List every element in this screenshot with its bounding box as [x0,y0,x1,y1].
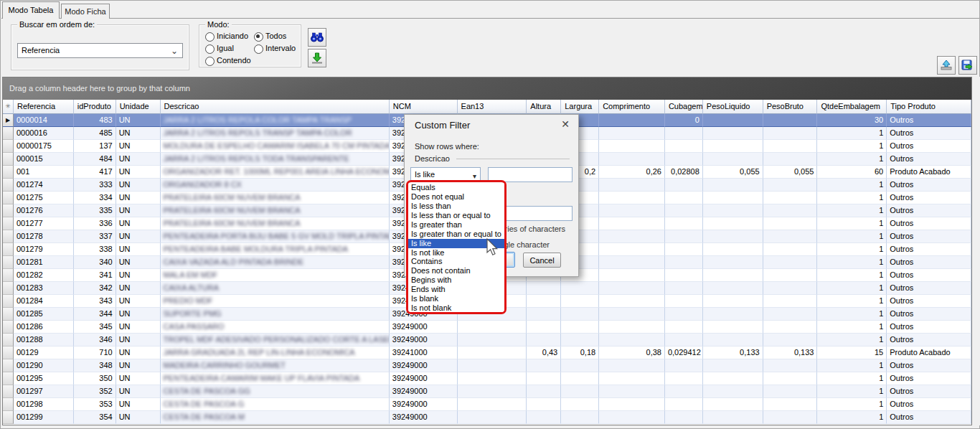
cell-pesoLiquido[interactable] [703,179,763,192]
cell-altura[interactable] [527,282,561,295]
cell-pesoLiquido[interactable] [703,243,763,256]
cell-pesoBruto[interactable] [763,308,818,321]
cell-unidade[interactable]: UN [116,295,161,308]
cell-comprimento[interactable] [599,153,665,166]
cell-idProduto[interactable]: 352 [74,385,116,398]
scrollbar-track[interactable] [973,77,980,425]
cell-referencia[interactable]: 001288 [14,334,74,346]
cell-pesoLiquido[interactable] [703,321,763,334]
cell-idProduto[interactable]: 342 [74,282,116,295]
operator-option[interactable]: Is greater than or equal to [408,230,504,239]
cell-comprimento[interactable] [599,256,665,269]
cell-referencia[interactable]: 001276 [14,204,74,217]
cell-unidade[interactable]: UN [116,372,161,385]
cell-pesoBruto[interactable] [763,179,818,192]
save-export-button[interactable] [958,56,977,75]
upload-button[interactable] [937,56,956,75]
cell-idProduto[interactable]: 485 [74,127,116,140]
cell-referencia[interactable]: 00000175 [14,140,74,153]
cell-unidade[interactable]: UN [116,334,161,346]
cell-pesoBruto[interactable] [763,282,818,295]
cell-unidade[interactable]: UN [116,256,161,269]
cell-descricao[interactable]: JARRA GRADUADA 2L REP LIN-LINHA ECONOMIC… [161,346,390,359]
cell-pesoLiquido[interactable] [703,269,763,282]
operator-option[interactable]: Is less than [408,202,504,211]
cell-tipo[interactable]: Outros [887,140,971,153]
cell-comprimento[interactable] [599,114,665,127]
cell-tipo[interactable]: Outros [887,217,971,230]
cell-qtde[interactable]: 1 [817,334,887,346]
cell-referencia[interactable]: 001286 [14,321,74,334]
cell-ean13[interactable] [458,359,527,372]
row-indicator[interactable] [3,372,14,385]
cell-largura[interactable] [561,295,599,308]
cell-pesoBruto[interactable] [763,217,818,230]
cell-pesoBruto[interactable] [763,385,818,398]
column-header-tipo[interactable]: Tipo Produto [887,100,971,114]
cell-qtde[interactable]: 1 [817,127,887,140]
cell-qtde[interactable]: 1 [817,192,887,204]
tab-modo-ficha[interactable]: Modo Ficha [61,4,110,19]
cell-descricao[interactable]: MADEIRA CARRINHO GOURMET [161,359,390,372]
column-header-ean13[interactable]: Ean13 [458,100,527,114]
cell-descricao[interactable]: MALA EM MDF [161,269,390,282]
cell-pesoLiquido[interactable] [703,398,763,411]
cell-idProduto[interactable]: 344 [74,308,116,321]
cell-idProduto[interactable]: 354 [74,411,116,424]
cell-descricao[interactable]: PENTEADEIRA BABE MOLDURA TRIPLA PINTADA [161,243,390,256]
cell-descricao[interactable]: PENTEADEIRA CAMARIM MAKE UP FLAVIA PINTA… [161,372,390,385]
cell-comprimento[interactable] [599,411,665,424]
cell-comprimento[interactable] [599,204,665,217]
cell-cubagem[interactable]: 0,029412 [665,346,703,359]
cell-altura[interactable]: 0,43 [527,346,561,359]
cell-ncm[interactable]: 39249000 [390,411,458,424]
row-indicator[interactable] [3,359,14,372]
cell-referencia[interactable]: 0000016 [14,127,74,140]
cell-unidade[interactable]: UN [116,398,161,411]
cell-largura[interactable] [561,411,599,424]
cell-qtde[interactable]: 1 [817,256,887,269]
column-header-pesoLiquido[interactable]: PesoLiquido [703,100,763,114]
cell-referencia[interactable]: 001278 [14,230,74,243]
cell-tipo[interactable]: Outros [887,334,971,346]
row-indicator[interactable] [3,282,14,295]
cell-idProduto[interactable]: 348 [74,359,116,372]
row-indicator[interactable] [3,398,14,411]
cell-referencia[interactable]: 001281 [14,256,74,269]
cell-ncm[interactable]: 39249000 [390,385,458,398]
cell-pesoLiquido[interactable] [703,308,763,321]
cell-qtde[interactable]: 60 [817,166,887,179]
cell-unidade[interactable]: UN [116,114,161,127]
cell-pesoLiquido[interactable] [703,295,763,308]
cell-cubagem[interactable] [665,230,703,243]
cell-cubagem[interactable] [665,411,703,424]
cell-tipo[interactable]: Outros [887,269,971,282]
cell-cubagem[interactable] [665,192,703,204]
operator-option[interactable]: Is less than or equal to [408,211,504,220]
cancel-button[interactable]: Cancel [523,253,561,268]
cell-idProduto[interactable]: 341 [74,269,116,282]
cell-comprimento[interactable] [599,127,665,140]
cell-cubagem[interactable] [665,243,703,256]
cell-qtde[interactable]: 1 [817,140,887,153]
cell-tipo[interactable]: Outros [887,308,971,321]
cell-descricao[interactable]: CESTA DE PASCOA M [161,411,390,424]
cell-pesoBruto[interactable] [763,334,818,346]
cell-cubagem[interactable] [665,359,703,372]
cell-pesoLiquido[interactable] [703,230,763,243]
cell-unidade[interactable]: UN [116,243,161,256]
operator-option[interactable]: Is blank [408,294,504,303]
table-row[interactable]: 001295350UNPENTEADEIRA CAMARIM MAKE UP F… [3,372,971,385]
cell-comprimento[interactable] [599,140,665,153]
cell-qtde[interactable]: 15 [817,346,887,359]
cell-altura[interactable] [527,295,561,308]
cell-idProduto[interactable]: 340 [74,256,116,269]
cell-pesoLiquido[interactable] [703,385,763,398]
radio-contendo[interactable]: Contendo [205,56,251,66]
cell-cubagem[interactable] [665,385,703,398]
cell-referencia[interactable]: 00129 [14,346,74,359]
cell-qtde[interactable]: 1 [817,398,887,411]
cell-pesoLiquido[interactable] [703,153,763,166]
operator-option[interactable]: Does not equal [408,192,504,202]
cell-qtde[interactable]: 1 [817,230,887,243]
